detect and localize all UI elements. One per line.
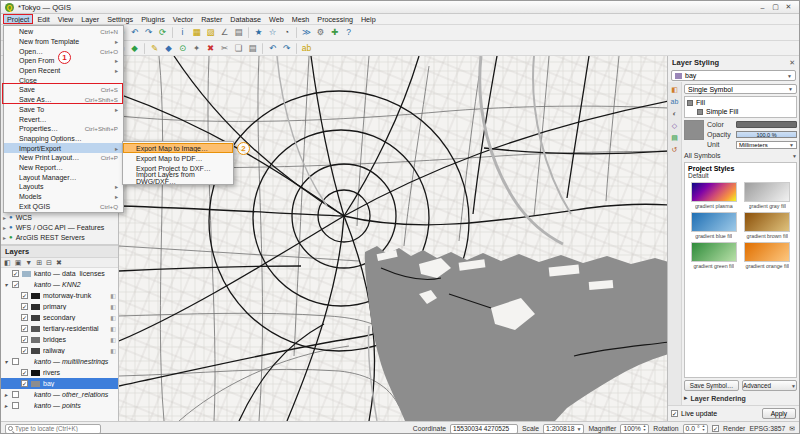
layer-visibility-checkbox[interactable]: ✓ <box>21 303 28 310</box>
styling-layer-select[interactable]: bay ▼ <box>671 70 796 81</box>
gradient-style-item[interactable]: gradient green fill <box>688 242 740 269</box>
layer-row[interactable]: ✓ secondary ◧ <box>1 312 118 323</box>
menu-item[interactable]: Close <box>4 75 123 85</box>
menubar-item[interactable]: Settings <box>103 14 137 24</box>
menu-item[interactable]: Save To ▸ <box>4 105 123 115</box>
layer-expand-icon[interactable]: ▾ <box>3 281 9 288</box>
menubar-item[interactable]: Raster <box>197 14 226 24</box>
symbols-filter-select[interactable]: All Symbols ▼ <box>684 151 797 160</box>
rotation-stepper[interactable]: 0.0 ° ▲▼ <box>683 424 709 434</box>
magnifier-stepper[interactable]: 100% ▲▼ <box>620 424 649 434</box>
history-tab-icon[interactable]: ↺ <box>672 146 678 153</box>
layer-row[interactable]: ✓ bay <box>1 378 118 389</box>
toggle-editing-icon[interactable]: ✎ <box>148 42 161 55</box>
menubar-item[interactable]: Layer <box>77 14 103 24</box>
vertex-tool-icon[interactable]: ✦ <box>190 42 203 55</box>
menu-item[interactable]: Open Recent ▸ <box>4 66 123 76</box>
layer-row[interactable]: ✓ motorway-trunk ◧ <box>1 290 118 301</box>
gradient-swatch[interactable] <box>691 212 737 232</box>
layer-style-badge-icon[interactable]: ◧ <box>110 336 116 343</box>
labels-tab-icon[interactable]: ab <box>671 98 679 105</box>
menubar-item[interactable]: Processing <box>313 14 357 24</box>
zoom-next-icon[interactable]: ↷ <box>142 26 155 39</box>
new-geopackage-icon[interactable]: ◆ <box>128 42 141 55</box>
menu-item[interactable]: Layouts ▸ <box>4 182 123 192</box>
menu-item[interactable]: Models ▸ <box>4 192 123 202</box>
submenu-item[interactable]: Export Map to Image… <box>123 143 233 153</box>
python-console-icon[interactable]: ≫ <box>300 26 313 39</box>
close-panel-icon[interactable]: ✕ <box>789 59 795 67</box>
locator-input[interactable] <box>15 425 98 432</box>
spinner-arrows-icon[interactable]: ▲▼ <box>702 425 705 432</box>
layer-visibility-checkbox[interactable] <box>12 402 19 409</box>
paste-features-icon[interactable]: ▤ <box>246 42 259 55</box>
menu-item[interactable]: Layout Manager… <box>4 172 123 182</box>
layer-row[interactable]: ▾ ✓ kanto — KNN2 <box>1 279 118 290</box>
minimize-button[interactable]: – <box>756 2 769 13</box>
coordinate-input[interactable] <box>453 425 515 432</box>
layer-row[interactable]: ✓ bridges ◧ <box>1 334 118 345</box>
show-bookmarks-icon[interactable]: ☆ <box>266 26 279 39</box>
color-picker-button[interactable] <box>736 121 797 128</box>
menu-item[interactable]: Save Ctrl+S <box>4 85 123 95</box>
layer-row[interactable]: ✓ primary ◧ <box>1 301 118 312</box>
gradient-style-item[interactable]: gradient plasma <box>688 182 740 209</box>
layer-visibility-checkbox[interactable]: ✓ <box>12 270 19 277</box>
layer-visibility-checkbox[interactable]: ✓ <box>21 325 28 332</box>
layer-row[interactable]: ▸ kanto — points <box>1 400 118 411</box>
temporal-controller-icon[interactable]: ◔ <box>280 26 293 39</box>
expand-arrow-icon[interactable]: ▸ <box>3 214 6 221</box>
measure-icon[interactable]: ∠ <box>218 26 231 39</box>
menu-item[interactable]: New from Template ▸ <box>4 37 123 47</box>
refresh-map-icon[interactable]: ⟳ <box>156 26 169 39</box>
remove-layer-icon[interactable]: ✖ <box>56 259 62 266</box>
add-feature-icon[interactable]: ⊙ <box>176 42 189 55</box>
locator-search[interactable] <box>5 424 101 434</box>
identify-features-icon[interactable]: i <box>176 26 189 39</box>
save-symbol-button[interactable]: Save Symbol… <box>684 380 739 391</box>
advanced-button[interactable]: Advanced ▼ <box>742 380 797 391</box>
layer-row[interactable]: ▸ kanto — other_relations <box>1 389 118 400</box>
gradient-style-item[interactable]: gradient brown fill <box>742 212 794 239</box>
symbology-tab-icon[interactable]: ◧ <box>671 86 678 93</box>
layer-visibility-checkbox[interactable]: ✓ <box>21 347 28 354</box>
menubar-item[interactable]: Project <box>3 14 33 24</box>
menu-item[interactable]: Import/Export ▸ <box>4 143 123 153</box>
maximize-button[interactable]: ▢ <box>769 2 782 13</box>
symbol-tree-simple-fill[interactable]: Simple Fill <box>687 107 794 116</box>
layer-row[interactable]: ▾ kanto — multilinestrings <box>1 356 118 367</box>
save-edits-icon[interactable]: ◆ <box>162 42 175 55</box>
unit-select[interactable]: Millimeters ▼ <box>736 141 797 149</box>
browser-tree-item[interactable]: ▸ ● WFS / OGC API — Features <box>3 222 116 232</box>
new-bookmark-icon[interactable]: ★ <box>252 26 265 39</box>
menu-item[interactable]: Revert… <box>4 114 123 124</box>
menubar-item[interactable]: Database <box>226 14 265 24</box>
separator[interactable] <box>172 27 173 38</box>
crs-indicator[interactable]: EPSG:3857 <box>749 425 785 432</box>
menu-item[interactable]: Snapping Options… <box>4 134 123 144</box>
browser-tree-item[interactable]: ▸ ● WCS <box>3 212 116 222</box>
layer-visibility-checkbox[interactable]: ✓ <box>21 369 28 376</box>
menubar-item[interactable]: Edit <box>33 14 53 24</box>
opacity-slider[interactable]: 100.0 % <box>736 131 797 138</box>
menubar-item[interactable]: Web <box>265 14 288 24</box>
layer-visibility-checkbox[interactable] <box>12 358 19 365</box>
gradient-swatch[interactable] <box>691 182 737 202</box>
select-features-icon[interactable]: ▦ <box>190 26 203 39</box>
layer-style-badge-icon[interactable]: ◧ <box>110 347 116 354</box>
plugins-icon[interactable]: ✚ <box>328 26 341 39</box>
filter-legend-icon[interactable]: ▼ <box>25 259 32 266</box>
help-icon[interactable]: ? <box>342 26 355 39</box>
submenu-item[interactable]: Import Layers from DWG/DXF… <box>123 173 233 183</box>
separator[interactable] <box>262 43 263 54</box>
layer-visibility-checkbox[interactable]: ✓ <box>21 314 28 321</box>
menu-item[interactable]: New Ctrl+N <box>4 27 123 37</box>
menu-item[interactable]: Properties… Ctrl+Shift+P <box>4 124 123 134</box>
expand-arrow-icon[interactable]: ▸ <box>3 224 6 231</box>
gradient-swatch[interactable] <box>744 212 790 232</box>
layer-row[interactable]: ✓ railway ◧ <box>1 345 118 356</box>
layer-style-badge-icon[interactable]: ◧ <box>110 314 116 321</box>
menubar-item[interactable]: Plugins <box>137 14 169 24</box>
layer-visibility-checkbox[interactable]: ✓ <box>21 336 28 343</box>
undo-icon[interactable]: ↶ <box>266 42 279 55</box>
